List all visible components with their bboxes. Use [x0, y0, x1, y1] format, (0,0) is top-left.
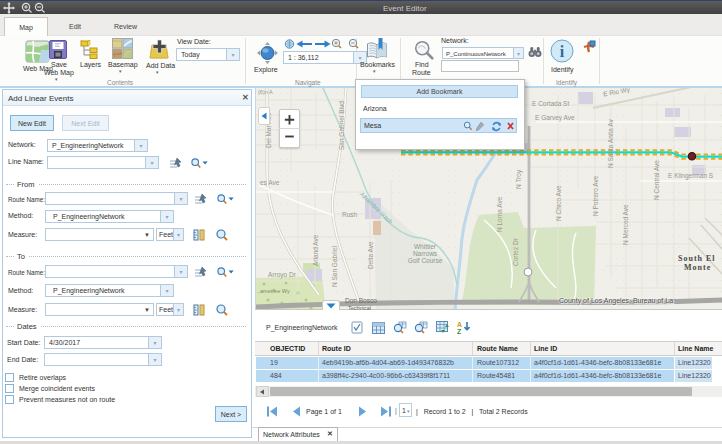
svg-text:i: i: [560, 43, 565, 60]
svg-text:Z: Z: [457, 328, 462, 334]
svg-text:A: A: [457, 321, 462, 328]
